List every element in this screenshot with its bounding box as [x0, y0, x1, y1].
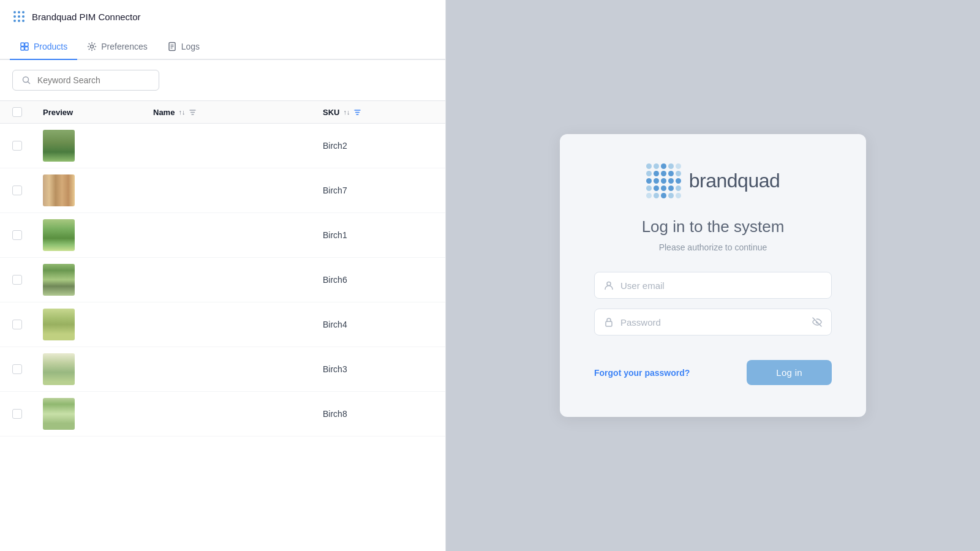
bq-dot: [676, 178, 681, 184]
table-header: Preview Name ↑↓ SKU ↑↓: [0, 101, 445, 124]
left-panel: Brandquad PIM Connector Products Prefere…: [0, 0, 446, 551]
svg-rect-21: [606, 321, 612, 326]
password-input[interactable]: [620, 317, 805, 328]
row-sku: Birch2: [323, 141, 433, 151]
bq-dot: [668, 193, 674, 198]
email-input-wrapper[interactable]: [594, 272, 832, 299]
select-all-checkbox[interactable]: [12, 107, 22, 117]
table-row: Birch7: [0, 168, 445, 213]
bq-dot: [654, 163, 659, 169]
header-name: Name ↑↓: [153, 108, 323, 117]
bq-dot: [646, 178, 652, 184]
login-button[interactable]: Log in: [747, 360, 832, 385]
bq-dot: [646, 193, 652, 198]
table-row: Birch2: [0, 124, 445, 168]
tab-preferences[interactable]: Preferences: [77, 33, 157, 60]
bq-dot: [676, 193, 681, 198]
bq-dot: [676, 163, 681, 169]
row-sku: Birch4: [323, 320, 433, 329]
login-title: Log in to the system: [642, 217, 785, 236]
table-body: Birch2 Birch7 Birch1: [0, 124, 445, 551]
lock-icon: [603, 317, 614, 328]
tab-products[interactable]: Products: [10, 33, 77, 60]
row-sku: Birch1: [323, 230, 433, 240]
row-checkbox[interactable]: [12, 230, 22, 240]
tab-bar: Products Preferences Logs: [0, 33, 445, 60]
name-filter-icon[interactable]: [189, 108, 197, 116]
row-checkbox[interactable]: [12, 275, 22, 285]
svg-point-1: [18, 11, 20, 13]
svg-point-20: [607, 282, 611, 286]
product-thumbnail: [43, 130, 75, 162]
row-sku: Birch3: [323, 364, 433, 374]
table-row: Birch3: [0, 347, 445, 392]
row-checkbox[interactable]: [12, 364, 22, 374]
svg-point-0: [13, 11, 16, 13]
bq-dot: [668, 163, 674, 169]
header-sku: SKU ↑↓: [323, 108, 433, 117]
svg-rect-11: [21, 47, 24, 51]
name-sort-icon[interactable]: ↑↓: [178, 108, 185, 116]
svg-point-7: [18, 20, 20, 22]
row-sku: Birch7: [323, 186, 433, 195]
row-sku: Birch8: [323, 409, 433, 419]
table-row: Birch6: [0, 258, 445, 302]
sku-filter-icon[interactable]: [353, 108, 361, 116]
product-thumbnail: [43, 264, 75, 296]
sku-sort-icon[interactable]: ↑↓: [343, 108, 350, 116]
app-header: Brandquad PIM Connector: [0, 0, 445, 33]
bq-dot: [668, 186, 674, 191]
tab-logs[interactable]: Logs: [157, 33, 209, 60]
bq-dot: [668, 178, 674, 184]
row-checkbox-col: [12, 186, 43, 195]
svg-rect-12: [25, 47, 29, 51]
app-title: Brandquad PIM Connector: [32, 12, 141, 22]
row-preview: [43, 309, 153, 340]
table-row: Birch8: [0, 392, 445, 437]
row-preview: [43, 398, 153, 430]
bq-dot: [654, 193, 659, 198]
login-subtitle: Please authorize to continue: [659, 242, 767, 252]
svg-line-19: [28, 81, 29, 83]
svg-rect-10: [25, 43, 29, 47]
user-icon: [603, 280, 614, 291]
product-thumbnail: [43, 219, 75, 251]
row-preview: [43, 130, 153, 162]
row-sku: Birch6: [323, 275, 433, 285]
bq-dot: [646, 186, 652, 191]
row-checkbox[interactable]: [12, 186, 22, 195]
tab-products-label: Products: [34, 42, 67, 51]
document-icon: [167, 42, 177, 51]
svg-point-5: [22, 15, 24, 18]
svg-rect-9: [21, 43, 24, 47]
bq-dot: [646, 171, 652, 176]
password-form-group: [594, 309, 832, 335]
forgot-password-link[interactable]: Forgot your password?: [594, 368, 690, 378]
bq-dot: [668, 171, 674, 176]
row-checkbox-col: [12, 320, 43, 329]
email-input[interactable]: [620, 280, 823, 291]
brand-name: brandquad: [689, 170, 780, 192]
svg-point-6: [13, 20, 16, 22]
row-checkbox[interactable]: [12, 320, 22, 329]
bq-dot: [661, 186, 666, 191]
svg-point-2: [22, 11, 24, 13]
svg-point-13: [91, 45, 94, 48]
tab-preferences-label: Preferences: [101, 42, 147, 51]
row-checkbox[interactable]: [12, 141, 22, 151]
product-thumbnail: [43, 398, 75, 430]
bq-dot: [661, 193, 666, 198]
search-input-wrapper[interactable]: [12, 70, 159, 91]
product-thumbnail: [43, 309, 75, 340]
row-checkbox[interactable]: [12, 409, 22, 419]
password-input-wrapper[interactable]: [594, 309, 832, 335]
brandquad-logo: brandquad: [646, 163, 780, 198]
bq-dot: [646, 163, 652, 169]
row-checkbox-col: [12, 409, 43, 419]
search-bar-area: [0, 60, 445, 101]
row-checkbox-col: [12, 364, 43, 374]
bq-dot: [676, 171, 681, 176]
email-form-group: [594, 272, 832, 299]
search-input[interactable]: [37, 75, 150, 85]
eye-off-icon[interactable]: [812, 317, 823, 328]
